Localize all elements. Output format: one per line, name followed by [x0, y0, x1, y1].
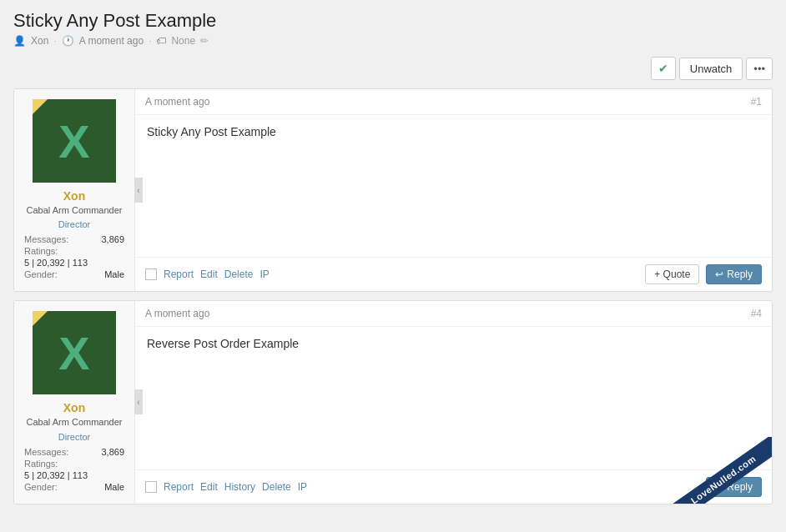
reply-icon-4: ↩ [715, 481, 723, 493]
avatar-1: X [33, 99, 116, 183]
report-link-4[interactable]: Report [164, 481, 194, 493]
messages-value-1: 3,869 [101, 234, 124, 244]
post-actions-left-1: Report Edit Delete IP [145, 269, 270, 280]
user-role-4[interactable]: Director [58, 432, 91, 442]
unwatch-label: Unwatch [690, 63, 733, 75]
post-text-4: Reverse Post Order Example [147, 337, 299, 350]
collapse-handle-4[interactable]: ‹ [134, 389, 143, 414]
ip-link-1[interactable]: IP [259, 269, 269, 280]
avatar-letter-1: X [58, 114, 89, 168]
post-sidebar-4: X Xon Cabal Arm Commander Director Messa… [14, 301, 135, 503]
user-title-1: Cabal Arm Commander [27, 204, 123, 216]
meta-time: A moment ago [79, 35, 144, 47]
stat-messages-1: Messages: 3,869 [24, 234, 124, 244]
post-actions-right-4: ↩ Reply [706, 477, 762, 497]
quote-button-1[interactable]: + Quote [645, 264, 699, 284]
gender-value-1: Male [104, 269, 124, 279]
check-button[interactable]: ✔ [651, 57, 676, 80]
reply-label-4: Reply [727, 481, 753, 493]
post-sidebar-1: X Xon Cabal Arm Commander Director Messa… [14, 89, 135, 291]
ratings-value-4: 5 | 20,392 | 113 [24, 470, 88, 480]
avatar-corner-1 [33, 99, 48, 114]
username-1[interactable]: Xon [63, 189, 85, 203]
meta-author: Xon [31, 35, 48, 47]
meta-sep1: · [53, 35, 56, 47]
meta-tags: None [171, 35, 195, 47]
user-stats-4: Messages: 3,869 Ratings: 5 | 20,392 | 11… [24, 447, 124, 494]
messages-label-4: Messages: [24, 447, 68, 457]
gender-label-4: Gender: [24, 482, 58, 492]
collapse-handle-1[interactable]: ‹ [134, 178, 143, 203]
delete-link-4[interactable]: Delete [262, 481, 291, 493]
unwatch-button[interactable]: Unwatch [679, 58, 743, 80]
more-button[interactable]: ••• [746, 58, 773, 80]
post-number-1: #1 [751, 96, 762, 108]
stat-gender-1: Gender: Male [24, 269, 124, 279]
ratings-value-1: 5 | 20,392 | 113 [24, 258, 88, 268]
messages-label-1: Messages: [24, 234, 68, 244]
post-text-1: Sticky Any Post Example [147, 125, 276, 138]
tag-icon: 🏷 [156, 35, 166, 47]
post-actions-right-1: + Quote ↩ Reply [645, 264, 762, 284]
post-time-4: A moment ago [145, 308, 209, 319]
more-label: ••• [753, 63, 765, 75]
post-checkbox-1[interactable] [145, 269, 157, 280]
quote-label-1: + Quote [654, 269, 690, 280]
post-content-4: Reverse Post Order Example [135, 327, 772, 469]
post-body-1: A moment ago #1 Sticky Any Post Example … [135, 89, 772, 291]
meta-sep2: · [149, 35, 151, 47]
history-link-4[interactable]: History [224, 481, 255, 493]
post-number-4: #4 [751, 308, 762, 319]
gender-value-4: Male [104, 482, 124, 492]
page-title: Sticky Any Post Example [13, 10, 773, 32]
clock-icon: 🕐 [62, 35, 74, 47]
post-footer-1: Report Edit Delete IP + Quote ↩ Reply [135, 257, 772, 291]
check-icon: ✔ [658, 62, 668, 75]
user-icon: 👤 [13, 35, 26, 47]
user-stats-1: Messages: 3,869 Ratings: 5 | 20,392 | 11… [24, 234, 124, 281]
ratings-label-1: Ratings: [24, 246, 58, 256]
avatar-letter-4: X [58, 326, 89, 380]
edit-link-1[interactable]: Edit [200, 269, 218, 280]
edit-title-icon[interactable]: ✏ [200, 35, 209, 47]
post-content-1: Sticky Any Post Example [135, 115, 772, 257]
delete-link-1[interactable]: Delete [224, 269, 254, 280]
post-checkbox-4[interactable] [145, 481, 157, 493]
post-body-4: A moment ago #4 Reverse Post Order Examp… [135, 301, 772, 503]
report-link-1[interactable]: Report [164, 269, 194, 280]
stat-ratings-label-1: Ratings: [24, 246, 124, 256]
post-card-1: X Xon Cabal Arm Commander Director Messa… [13, 88, 773, 292]
stat-ratings-label-4: Ratings: [24, 459, 124, 469]
user-title-4: Cabal Arm Commander [27, 416, 123, 428]
reply-button-4[interactable]: ↩ Reply [706, 477, 762, 497]
ratings-label-4: Ratings: [24, 459, 58, 469]
reply-icon-1: ↩ [715, 269, 723, 280]
messages-value-4: 3,869 [101, 447, 124, 457]
reply-label-1: Reply [727, 269, 753, 280]
toolbar: ✔ Unwatch ••• [13, 57, 773, 80]
post-time-1: A moment ago [145, 96, 209, 108]
page-wrapper: Sticky Any Post Example 👤 Xon · 🕐 A mome… [0, 0, 786, 532]
ratings-row-4: 5 | 20,392 | 113 [24, 470, 124, 480]
edit-link-4[interactable]: Edit [200, 481, 218, 493]
page-meta: 👤 Xon · 🕐 A moment ago · 🏷 None ✏ [13, 35, 773, 47]
post-header-1: A moment ago #1 [135, 89, 772, 115]
username-4[interactable]: Xon [63, 401, 85, 414]
post-actions-left-4: Report Edit History Delete IP [145, 481, 307, 493]
user-role-1[interactable]: Director [58, 219, 91, 229]
avatar-4: X [33, 311, 116, 394]
ip-link-4[interactable]: IP [298, 481, 307, 493]
stat-messages-4: Messages: 3,869 [24, 447, 124, 457]
post-footer-4: Report Edit History Delete IP ↩ Reply [135, 469, 772, 504]
ratings-row-1: 5 | 20,392 | 113 [24, 258, 124, 268]
post-card-4: X Xon Cabal Arm Commander Director Messa… [13, 300, 773, 504]
stat-gender-4: Gender: Male [24, 482, 124, 492]
gender-label-1: Gender: [24, 269, 58, 279]
post-header-4: A moment ago #4 [135, 301, 772, 327]
avatar-corner-4 [33, 311, 48, 326]
reply-button-1[interactable]: ↩ Reply [706, 264, 762, 284]
